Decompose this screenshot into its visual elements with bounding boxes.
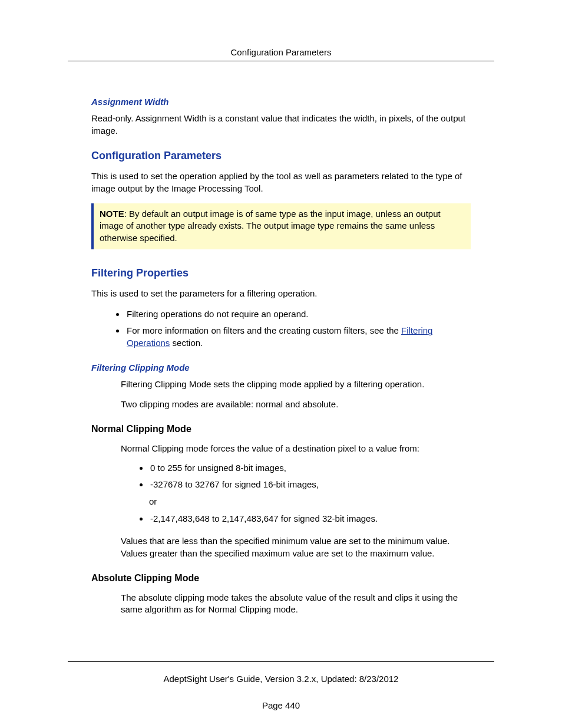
config-params-heading: Configuration Parameters: [91, 150, 471, 162]
list-item: -2,147,483,648 to 2,147,483,647 for sign…: [149, 513, 471, 525]
assignment-width-heading: Assignment Width: [91, 97, 471, 107]
absolute-clipping-p1: The absolute clipping mode takes the abs…: [121, 592, 471, 616]
list-item-or: or: [140, 496, 471, 508]
bullet-text-before: For more information on filters and the …: [127, 325, 401, 335]
header-rule: [68, 61, 494, 61]
filtering-properties-heading: Filtering Properties: [91, 267, 471, 279]
header-title: Configuration Parameters: [68, 47, 494, 57]
normal-clipping-p2: Values that are less than the specified …: [121, 535, 471, 559]
note-box: NOTE: By default an output image is of s…: [91, 203, 471, 249]
filtering-clipping-mode-p1: Filtering Clipping Mode sets the clippin…: [121, 378, 471, 391]
absolute-clipping-heading: Absolute Clipping Mode: [91, 573, 471, 584]
filtering-clipping-mode-heading: Filtering Clipping Mode: [91, 363, 471, 373]
normal-clipping-bullets: 0 to 255 for unsigned 8-bit images, -327…: [121, 462, 471, 525]
list-item: -327678 to 32767 for signed 16-bit image…: [149, 479, 471, 491]
list-item: For more information on filters and the …: [125, 325, 471, 349]
note-body: : By default an output image is of same …: [100, 209, 441, 243]
assignment-width-body: Read-only. Assignment Width is a constan…: [91, 113, 471, 137]
filtering-properties-intro: This is used to set the parameters for a…: [91, 288, 471, 300]
footer-line: AdeptSight User's Guide, Version 3.2.x, …: [68, 674, 494, 684]
filtering-properties-bullets: Filtering operations do not require an o…: [91, 308, 471, 350]
footer: AdeptSight User's Guide, Version 3.2.x, …: [68, 661, 494, 710]
bullet-text-after: section.: [170, 338, 203, 348]
filtering-clipping-mode-p2: Two clipping modes are available: normal…: [121, 398, 471, 411]
note-label: NOTE: [100, 209, 124, 219]
list-item: 0 to 255 for unsigned 8-bit images,: [149, 462, 471, 475]
footer-rule: [68, 661, 494, 662]
normal-clipping-p1: Normal Clipping mode forces the value of…: [121, 443, 471, 455]
normal-clipping-heading: Normal Clipping Mode: [91, 424, 471, 434]
config-params-body: This is used to set the operation applie…: [91, 170, 471, 195]
list-item: Filtering operations do not require an o…: [125, 308, 471, 321]
page-number: Page 440: [68, 700, 494, 710]
